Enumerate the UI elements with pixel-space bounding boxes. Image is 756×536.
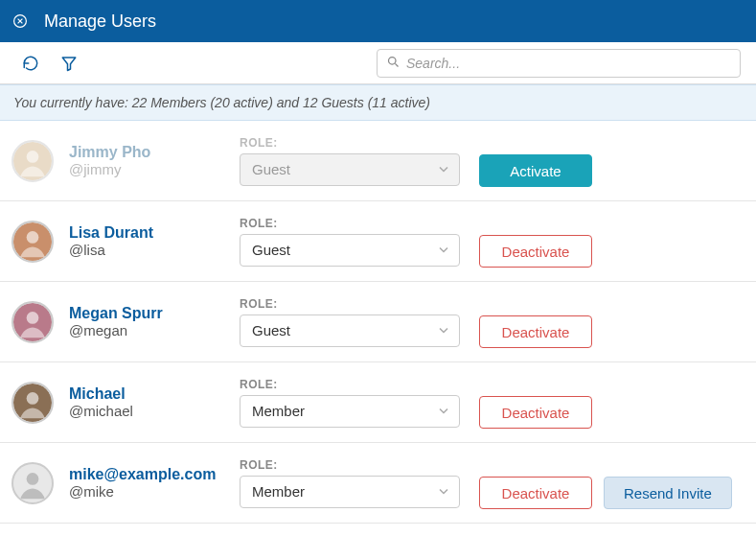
user-name[interactable]: Lisa Durant bbox=[69, 224, 232, 242]
user-name[interactable]: Megan Spurr bbox=[69, 305, 232, 322]
svg-marker-3 bbox=[62, 58, 76, 71]
role-block: ROLE:Guest bbox=[240, 136, 460, 186]
role-select[interactable]: Member bbox=[240, 476, 460, 508]
role-value: Guest bbox=[252, 242, 290, 258]
user-handle: @mike bbox=[69, 483, 232, 500]
deactivate-button[interactable]: Deactivate bbox=[479, 396, 592, 429]
action-area: Deactivate bbox=[479, 376, 592, 429]
role-select: Guest bbox=[240, 153, 460, 186]
user-handle: @lisa bbox=[69, 242, 232, 258]
chevron-down-icon bbox=[438, 403, 449, 419]
avatar bbox=[11, 301, 54, 343]
header-bar: Manage Users bbox=[0, 0, 756, 42]
svg-point-13 bbox=[27, 392, 39, 405]
user-row: Jimmy Pho@jimmyROLE:GuestActivate bbox=[0, 121, 756, 201]
avatar bbox=[11, 221, 54, 263]
user-info: Jimmy Pho@jimmy bbox=[69, 144, 232, 177]
deactivate-button[interactable]: Deactivate bbox=[479, 315, 592, 348]
search-input[interactable] bbox=[377, 49, 741, 78]
role-label: ROLE: bbox=[240, 458, 460, 472]
role-block: ROLE:Member bbox=[240, 458, 460, 508]
svg-point-9 bbox=[27, 231, 39, 244]
svg-point-15 bbox=[27, 473, 39, 485]
user-row: Lisa Durant@lisaROLE:GuestDeactivate bbox=[0, 201, 756, 282]
action-area: Deactivate bbox=[479, 295, 592, 348]
action-area: Deactivate bbox=[479, 215, 592, 268]
user-row: mike@example.com@mikeROLE:MemberDeactiva… bbox=[0, 443, 756, 524]
svg-point-7 bbox=[27, 151, 39, 163]
user-name[interactable]: Jimmy Pho bbox=[69, 144, 232, 161]
user-name[interactable]: Michael bbox=[69, 385, 232, 403]
chevron-down-icon bbox=[438, 483, 449, 500]
summary-bar: You currently have: 22 Members (20 activ… bbox=[0, 84, 756, 121]
avatar bbox=[11, 140, 54, 182]
filter-icon[interactable] bbox=[54, 48, 84, 79]
role-select[interactable]: Guest bbox=[240, 234, 460, 267]
user-row: Michael@michaelROLE:MemberDeactivate bbox=[0, 362, 756, 443]
user-handle: @michael bbox=[69, 403, 232, 419]
role-value: Member bbox=[252, 403, 305, 419]
role-block: ROLE:Guest bbox=[240, 297, 460, 347]
search-field-wrap bbox=[377, 49, 741, 78]
close-icon[interactable] bbox=[11, 12, 29, 30]
user-info: Lisa Durant@lisa bbox=[69, 224, 232, 258]
user-name[interactable]: mike@example.com bbox=[69, 466, 232, 483]
user-handle: @megan bbox=[69, 322, 232, 338]
role-block: ROLE:Member bbox=[240, 378, 460, 428]
chevron-down-icon bbox=[438, 322, 449, 338]
role-select[interactable]: Member bbox=[240, 395, 460, 428]
role-label: ROLE: bbox=[240, 217, 460, 230]
role-value: Member bbox=[252, 483, 305, 500]
user-list: Jimmy Pho@jimmyROLE:GuestActivateLisa Du… bbox=[0, 121, 756, 524]
role-block: ROLE:Guest bbox=[240, 217, 460, 267]
user-info: mike@example.com@mike bbox=[69, 466, 232, 500]
avatar bbox=[11, 462, 54, 504]
role-select[interactable]: Guest bbox=[240, 315, 460, 347]
deactivate-button[interactable]: Deactivate bbox=[479, 477, 592, 509]
chevron-down-icon bbox=[438, 242, 449, 258]
user-info: Megan Spurr@megan bbox=[69, 305, 232, 338]
avatar bbox=[11, 382, 54, 424]
deactivate-button[interactable]: Deactivate bbox=[479, 235, 592, 268]
chevron-down-icon bbox=[438, 161, 449, 177]
svg-point-11 bbox=[27, 312, 39, 324]
user-handle: @jimmy bbox=[69, 161, 232, 177]
action-area: DeactivateResend Invite bbox=[479, 456, 732, 509]
role-label: ROLE: bbox=[240, 297, 460, 311]
refresh-icon[interactable] bbox=[15, 48, 46, 79]
action-area: Activate bbox=[479, 134, 592, 187]
activate-button[interactable]: Activate bbox=[479, 154, 592, 187]
role-value: Guest bbox=[252, 322, 290, 338]
page-title: Manage Users bbox=[44, 12, 156, 32]
user-row: Megan Spurr@meganROLE:GuestDeactivate bbox=[0, 282, 756, 362]
user-info: Michael@michael bbox=[69, 385, 232, 419]
role-label: ROLE: bbox=[240, 378, 460, 391]
resend-invite-button[interactable]: Resend Invite bbox=[604, 477, 732, 509]
role-label: ROLE: bbox=[240, 136, 460, 150]
summary-text: You currently have: 22 Members (20 activ… bbox=[13, 95, 430, 110]
role-value: Guest bbox=[252, 161, 290, 177]
toolbar bbox=[0, 42, 756, 84]
